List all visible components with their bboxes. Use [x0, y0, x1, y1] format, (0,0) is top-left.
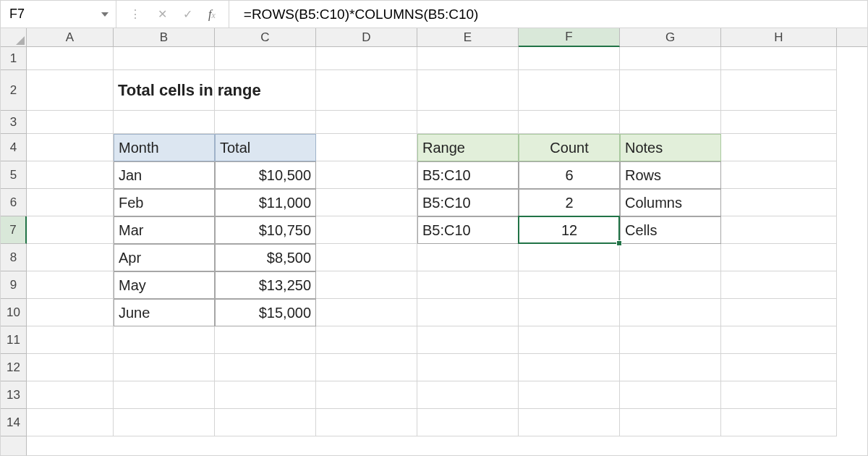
table2-range-1[interactable]: B5:C10: [417, 189, 519, 216]
cell-H5[interactable]: [721, 161, 837, 189]
row-header-10[interactable]: 10: [1, 299, 26, 326]
col-header-F[interactable]: F: [519, 28, 620, 47]
cell-A10[interactable]: [27, 299, 114, 326]
cell-D11[interactable]: [316, 326, 417, 354]
cell-F9[interactable]: [519, 271, 620, 299]
cell-B3[interactable]: [114, 111, 215, 134]
cell-A12[interactable]: [27, 354, 114, 381]
cell-F13[interactable]: [519, 381, 620, 409]
cell-F2[interactable]: [519, 70, 620, 111]
row-header-9[interactable]: 9: [1, 271, 26, 299]
table2-header-1[interactable]: Count: [519, 134, 620, 161]
cell-A14[interactable]: [27, 409, 114, 436]
cell-D13[interactable]: [316, 381, 417, 409]
cell-D3[interactable]: [316, 111, 417, 134]
table1-total-0[interactable]: $10,500: [215, 161, 316, 189]
cell-D10[interactable]: [316, 299, 417, 326]
table2-notes-2[interactable]: Cells: [620, 216, 721, 244]
col-header-D[interactable]: D: [316, 28, 417, 46]
formula-input[interactable]: [242, 1, 854, 28]
cell-H4[interactable]: [721, 134, 837, 161]
table2-count-1[interactable]: 2: [519, 189, 620, 216]
cell-A8[interactable]: [27, 244, 114, 271]
title-cell[interactable]: Total cells in range: [114, 70, 417, 111]
cell-E10[interactable]: [417, 299, 519, 326]
col-header-C[interactable]: C: [215, 28, 316, 46]
cell-D12[interactable]: [316, 354, 417, 381]
table1-total-5[interactable]: $15,000: [215, 299, 316, 326]
cell-E8[interactable]: [417, 244, 519, 271]
table2-header-2[interactable]: Notes: [620, 134, 721, 161]
cell-F11[interactable]: [519, 326, 620, 354]
cell-H2[interactable]: [721, 70, 837, 111]
cell-G3[interactable]: [620, 111, 721, 134]
cell-H12[interactable]: [721, 354, 837, 381]
cell-H6[interactable]: [721, 189, 837, 216]
cell-D6[interactable]: [316, 189, 417, 216]
cell-F3[interactable]: [519, 111, 620, 134]
row-header-12[interactable]: 12: [1, 354, 26, 381]
table1-header-0[interactable]: Month: [114, 134, 215, 161]
cell-H1[interactable]: [721, 47, 837, 70]
cell-D9[interactable]: [316, 271, 417, 299]
cell-D14[interactable]: [316, 409, 417, 436]
table2-range-0[interactable]: B5:C10: [417, 161, 519, 189]
cell-A3[interactable]: [27, 111, 114, 134]
cell-E3[interactable]: [417, 111, 519, 134]
cell-G9[interactable]: [620, 271, 721, 299]
cell-F12[interactable]: [519, 354, 620, 381]
cell-B14[interactable]: [114, 409, 215, 436]
col-header-E[interactable]: E: [417, 28, 519, 46]
cell-G8[interactable]: [620, 244, 721, 271]
cell-H13[interactable]: [721, 381, 837, 409]
table2-notes-1[interactable]: Columns: [620, 189, 721, 216]
cell-F1[interactable]: [519, 47, 620, 70]
cell-G11[interactable]: [620, 326, 721, 354]
table1-month-2[interactable]: Mar: [114, 216, 215, 244]
table1-header-1[interactable]: Total: [215, 134, 316, 161]
cell-C14[interactable]: [215, 409, 316, 436]
row-header-14[interactable]: 14: [1, 409, 26, 436]
cell-F8[interactable]: [519, 244, 620, 271]
table2-range-2[interactable]: B5:C10: [417, 216, 519, 244]
row-header-5[interactable]: 5: [1, 161, 26, 189]
cell-E2[interactable]: [417, 70, 519, 111]
row-header-6[interactable]: 6: [1, 189, 26, 216]
table2-notes-0[interactable]: Rows: [620, 161, 721, 189]
cell-B11[interactable]: [114, 326, 215, 354]
cell-E11[interactable]: [417, 326, 519, 354]
cell-E9[interactable]: [417, 271, 519, 299]
row-header-4[interactable]: 4: [1, 134, 26, 161]
cell-F10[interactable]: [519, 299, 620, 326]
cell-A11[interactable]: [27, 326, 114, 354]
cell-H10[interactable]: [721, 299, 837, 326]
cell-D7[interactable]: [316, 216, 417, 244]
cells[interactable]: Total cells in rangeMonthTotalJan$10,500…: [27, 47, 867, 455]
cell-A4[interactable]: [27, 134, 114, 161]
table2-count-0[interactable]: 6: [519, 161, 620, 189]
col-header-A[interactable]: A: [27, 28, 114, 46]
table2-count-2[interactable]: 12: [519, 216, 620, 244]
row-header-2[interactable]: 2: [1, 70, 26, 111]
cell-G13[interactable]: [620, 381, 721, 409]
cell-A9[interactable]: [27, 271, 114, 299]
cell-E1[interactable]: [417, 47, 519, 70]
cell-D5[interactable]: [316, 161, 417, 189]
table1-month-4[interactable]: May: [114, 271, 215, 299]
col-header-B[interactable]: B: [114, 28, 215, 46]
row-header-13[interactable]: 13: [1, 381, 26, 409]
row-header-11[interactable]: 11: [1, 326, 26, 354]
chevron-down-icon[interactable]: [101, 12, 109, 17]
name-box[interactable]: [1, 1, 116, 28]
row-header-7[interactable]: 7: [1, 216, 27, 244]
col-header-G[interactable]: G: [620, 28, 721, 46]
row-header-3[interactable]: 3: [1, 111, 26, 134]
cell-E14[interactable]: [417, 409, 519, 436]
cell-E13[interactable]: [417, 381, 519, 409]
row-header-1[interactable]: 1: [1, 47, 26, 70]
cancel-icon[interactable]: ✕: [158, 7, 167, 21]
cell-H8[interactable]: [721, 244, 837, 271]
table1-total-3[interactable]: $8,500: [215, 244, 316, 271]
cell-D1[interactable]: [316, 47, 417, 70]
enter-icon[interactable]: ✓: [183, 7, 192, 21]
